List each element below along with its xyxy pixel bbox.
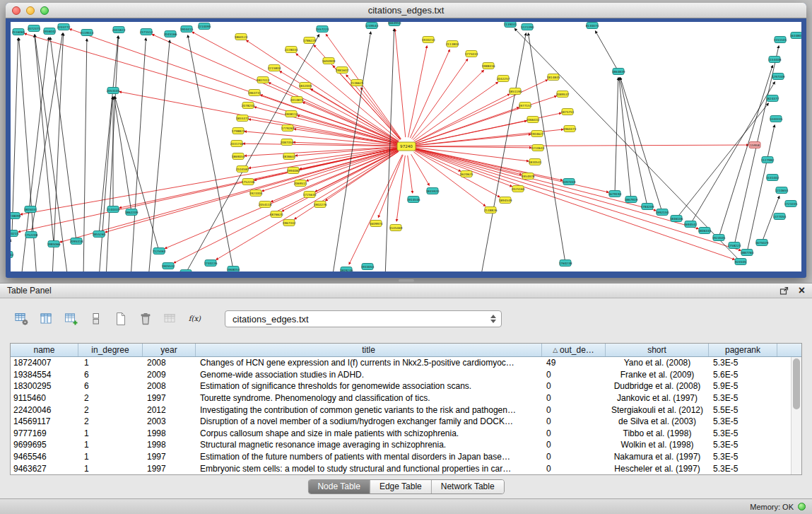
graph-node[interactable]: 1440335	[770, 116, 783, 122]
graph-node[interactable]: 1956042	[43, 28, 57, 35]
graph-edge[interactable]	[595, 31, 617, 69]
graph-edge[interactable]	[411, 59, 467, 139]
table-cell[interactable]: 5.3E-5	[709, 416, 777, 426]
table-cell[interactable]: 0	[542, 405, 606, 415]
import-table-icon[interactable]	[64, 311, 79, 327]
graph-node[interactable]: 2401823	[112, 27, 126, 33]
graph-edge[interactable]	[416, 134, 531, 146]
graph-node[interactable]: 1210654	[775, 187, 789, 194]
table-row[interactable]: 1938455462009Genome-wide association stu…	[11, 369, 791, 381]
table-cell[interactable]: 2008	[143, 358, 196, 368]
graph-node[interactable]: 1864839	[612, 69, 625, 75]
column-header-name[interactable]: name	[11, 344, 78, 356]
graph-edge[interactable]	[408, 46, 428, 137]
graph-node[interactable]: 1809246	[340, 267, 353, 272]
graph-edge[interactable]	[678, 103, 768, 216]
graph-node[interactable]: 1154408	[768, 57, 782, 63]
table-cell[interactable]: 0	[542, 452, 606, 462]
table-cell[interactable]: Nakamura et al. (1997)	[606, 452, 709, 462]
table-cell[interactable]: 5.3E-5	[709, 358, 777, 368]
table-cell[interactable]: 1	[78, 452, 143, 462]
graph-node[interactable]: 1860124	[235, 34, 248, 40]
column-chooser-icon[interactable]	[39, 311, 54, 327]
graph-node[interactable]: 1923304	[249, 190, 263, 197]
graph-node[interactable]: 1760238	[559, 260, 572, 267]
table-cell[interactable]: 1	[78, 464, 143, 474]
table-cell[interactable]: 9465546	[11, 452, 78, 462]
table-cell[interactable]: 1998	[143, 428, 196, 438]
column-header-year[interactable]: year	[143, 344, 196, 356]
graph-node[interactable]: 2042257	[497, 76, 510, 82]
graph-node[interactable]: 1609974	[370, 221, 383, 227]
close-window-button[interactable]	[12, 6, 20, 15]
graph-node[interactable]: 1814845	[547, 74, 560, 81]
graph-node[interactable]: 2140337	[107, 206, 120, 213]
graph-node[interactable]: 2210095	[198, 23, 211, 30]
graph-node[interactable]: 1664950	[388, 22, 401, 26]
graph-node[interactable]: 1221390	[521, 24, 534, 30]
graph-node[interactable]: 1967342	[283, 220, 296, 226]
table-cell[interactable]: 5.3E-5	[709, 440, 777, 450]
graph-node[interactable]: 1249543	[365, 23, 379, 29]
graph-edge[interactable]	[148, 40, 170, 271]
table-cell[interactable]: Wolkin et al. (1998)	[606, 440, 709, 450]
graph-edge[interactable]	[411, 154, 430, 185]
graph-node[interactable]: 1752208	[25, 232, 38, 238]
column-header-pagerank[interactable]: pagerank	[709, 344, 777, 356]
network-canvas[interactable]: 9724022158041807413196373120782441855372…	[11, 22, 801, 271]
table-cell[interactable]: 9115460	[11, 393, 78, 403]
graph-node[interactable]: 2025160	[512, 186, 525, 192]
table-cell[interactable]: 5.3E-5	[709, 393, 777, 403]
graph-node[interactable]: 1988416	[482, 63, 495, 69]
graph-node[interactable]: 1824377	[766, 95, 779, 102]
column-header-short[interactable]: short	[606, 344, 709, 356]
table-cell[interactable]: 22420046	[11, 405, 78, 415]
table-cell[interactable]: 2009	[143, 370, 196, 380]
graph-edge[interactable]	[119, 148, 397, 208]
table-selector-combobox[interactable]: citations_edges.txt	[225, 310, 502, 327]
graph-node[interactable]: 1846106	[670, 216, 683, 222]
table-row[interactable]: 1872400712008Changes of HCN gene express…	[11, 357, 791, 369]
graph-edge[interactable]	[99, 36, 118, 231]
graph-edge[interactable]	[188, 35, 233, 267]
graph-edge[interactable]	[245, 147, 397, 156]
graph-node[interactable]: 1855372	[236, 115, 249, 122]
graph-edge[interactable]	[106, 36, 118, 271]
table-cell[interactable]: Disruption of a novel member of a sodium…	[196, 416, 542, 426]
table-row[interactable]: 911546021997Tourette syndrome. Phenomeno…	[11, 392, 791, 404]
graph-node[interactable]: 1924505	[712, 235, 726, 241]
network-view-window[interactable]: citations_edges.txt 97240221580418074131…	[6, 3, 806, 278]
graph-node[interactable]: 2516065	[12, 29, 25, 35]
graph-node[interactable]: 7125463	[153, 248, 166, 255]
table-cell[interactable]: 1997	[143, 452, 196, 462]
graph-node[interactable]: 2203772	[57, 24, 71, 30]
tab-edge-table[interactable]: Edge Table	[370, 480, 432, 493]
table-cell[interactable]: Estimation of the future numbers of pati…	[196, 452, 542, 462]
graph-node[interactable]: 1097459	[563, 179, 576, 185]
graph-node[interactable]: 2238099	[11, 213, 21, 219]
graph-node[interactable]: 1992150	[656, 209, 669, 216]
graph-node[interactable]: 1758223	[728, 243, 741, 249]
graph-node[interactable]: 1377054	[773, 214, 787, 220]
graph-edge[interactable]	[69, 29, 397, 144]
close-panel-icon[interactable]: ×	[799, 286, 805, 295]
graph-node[interactable]: 2085317	[180, 270, 193, 272]
graph-node[interactable]: 2119513	[81, 30, 94, 36]
table-cell[interactable]: 18724007	[11, 358, 78, 368]
graph-edge[interactable]	[620, 78, 647, 204]
column-header-title[interactable]: title	[196, 344, 542, 356]
graph-node[interactable]: 2087354	[281, 139, 294, 146]
table-cell[interactable]: 0	[542, 381, 606, 391]
table-cell[interactable]: Investigating the contribution of common…	[196, 405, 542, 415]
scrollbar-thumb[interactable]	[793, 358, 800, 409]
graph-edge[interactable]	[131, 38, 146, 271]
graph-node[interactable]: 1977151	[519, 103, 532, 109]
graph-edge[interactable]	[18, 148, 398, 232]
table-cell[interactable]: Hescheler et al. (1997)	[606, 464, 709, 474]
graph-hub-node[interactable]: 97240	[397, 142, 416, 151]
graph-node[interactable]: 8130074	[586, 23, 599, 29]
graph-node[interactable]: 1908112	[285, 111, 298, 117]
table-cell[interactable]: 2	[78, 405, 143, 415]
graph-node[interactable]: 1779263	[281, 125, 295, 132]
graph-edge[interactable]	[32, 33, 63, 232]
